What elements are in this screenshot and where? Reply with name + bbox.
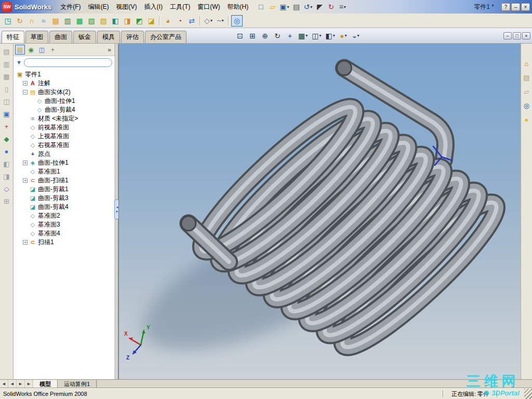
section-view-icon[interactable]: ◧▾ <box>324 30 337 42</box>
print-icon[interactable]: ▤ <box>291 1 302 12</box>
command-tab[interactable]: 钣金 <box>73 31 96 43</box>
configurationmanager-tab-icon[interactable]: ◫ <box>37 45 47 55</box>
propertymanager-tab-icon[interactable]: ◉ <box>26 45 36 55</box>
tree-item[interactable]: ◪曲面-剪裁1 <box>14 185 115 194</box>
minimize-button[interactable]: – <box>511 3 520 11</box>
zoom-area-icon[interactable]: ⊞ <box>247 30 258 42</box>
revolved-surface-icon[interactable]: ↻ <box>14 15 25 26</box>
tree-expander[interactable]: + <box>23 161 28 165</box>
viewport[interactable]: X Y Z <box>118 44 521 379</box>
scroll-next-button[interactable]: ▶ <box>17 380 25 388</box>
tree-item[interactable]: +原点 <box>14 150 115 158</box>
menu-item[interactable]: 文件(F) <box>57 1 84 13</box>
delete-face-icon[interactable]: ◔ <box>174 15 185 26</box>
extruded-surface-icon[interactable]: ◳ <box>2 15 14 26</box>
horizontal-scrollbar[interactable] <box>97 380 532 388</box>
close-button[interactable]: × <box>521 3 530 11</box>
command-tab[interactable]: 办公室产品 <box>145 31 187 43</box>
doc-restore-button[interactable]: □ <box>513 32 521 39</box>
display-pane-icon[interactable]: ◫ <box>1 96 12 107</box>
compare-icon[interactable]: ◨ <box>1 171 12 182</box>
tree-item[interactable]: +◈曲面-拉伸1 <box>14 158 115 167</box>
offset-surface-icon[interactable]: ▥ <box>62 15 73 26</box>
instant3d-icon[interactable]: ◎ <box>231 15 243 26</box>
tree-item[interactable]: +⊂曲面-扫描1 <box>14 176 115 185</box>
zoom-in-out-icon[interactable]: ⊕ <box>259 30 271 42</box>
resize-grip[interactable] <box>524 389 532 399</box>
command-tab[interactable]: 评估 <box>121 31 144 43</box>
add-relation-icon[interactable]: + <box>1 121 12 132</box>
tree-item[interactable]: ◇右视基准面 <box>14 141 115 150</box>
help-button[interactable]: ? <box>501 3 510 11</box>
menu-item[interactable]: 工具(T) <box>166 1 194 13</box>
menu-item[interactable]: 窗口(W) <box>194 1 223 13</box>
command-tab[interactable]: 草图 <box>25 31 48 43</box>
solidworks-resources-icon[interactable]: ⌂ <box>522 58 532 69</box>
featuremanager-tab-icon[interactable]: ▤ <box>15 45 25 55</box>
standard-views-icon[interactable]: ▦▾ <box>297 30 309 42</box>
selection-filter-icon[interactable]: ▤ <box>1 46 12 57</box>
tree-expander[interactable]: + <box>23 240 28 245</box>
tree-expander[interactable]: − <box>23 90 28 95</box>
knit-surface-icon[interactable]: ▧ <box>86 15 97 26</box>
section-icon[interactable]: ◧ <box>1 158 12 169</box>
doc-close-button[interactable]: × <box>522 32 530 39</box>
fillet-icon[interactable]: ◕ <box>162 15 174 26</box>
new-document-icon[interactable]: □ <box>255 1 267 12</box>
texture-icon[interactable]: ● <box>1 146 12 157</box>
tree-root[interactable]: ▣零件1 <box>14 70 115 79</box>
grid-icon[interactable]: ⊞ <box>1 196 12 207</box>
display-style-icon[interactable]: ◫▾ <box>310 30 323 42</box>
untrim-surface-icon[interactable]: ◪ <box>145 15 157 26</box>
command-tab[interactable]: 曲面 <box>49 31 72 43</box>
doc-tab[interactable]: 模型 <box>33 380 58 388</box>
view-palette-icon[interactable]: ● <box>522 114 532 125</box>
rebuild-icon[interactable]: ↻ <box>325 1 337 12</box>
tree-item[interactable]: ◇基准面4 <box>14 229 115 238</box>
options-icon[interactable]: ≡▾ <box>337 1 348 12</box>
save-icon[interactable]: ▣▾ <box>278 1 290 12</box>
feature-statistics-icon[interactable]: ◆ <box>1 134 12 144</box>
tree-item[interactable]: ◇基准面2 <box>14 211 115 220</box>
tree-item[interactable]: ◇前视基准面 <box>14 123 115 132</box>
layer-icon[interactable]: ▦ <box>1 71 12 82</box>
appearances-icon[interactable]: ●▾ <box>338 30 349 42</box>
reference-icon[interactable]: ◇ <box>1 183 12 194</box>
search-results-icon[interactable]: ◎ <box>522 100 532 111</box>
doc-tab[interactable]: 运动算例1 <box>58 380 97 388</box>
pan-view-icon[interactable]: + <box>284 30 296 42</box>
menu-item[interactable]: 视图(V) <box>113 1 141 13</box>
model-canvas[interactable] <box>119 44 521 379</box>
undo-icon[interactable]: ↺▾ <box>302 1 314 12</box>
command-tab[interactable]: 特征 <box>2 31 24 43</box>
tree-item[interactable]: ≡材质 <未指定> <box>14 114 115 123</box>
filter-input[interactable] <box>24 58 112 67</box>
reference-geometry-icon[interactable]: ◇▾ <box>203 15 214 26</box>
tree-item[interactable]: +A注解 <box>14 79 115 88</box>
scroll-prev-button[interactable]: ◀ <box>8 380 17 388</box>
tree-item[interactable]: ◇基准面3 <box>14 220 115 229</box>
lofted-surface-icon[interactable]: ≈ <box>38 15 49 26</box>
tree-item[interactable]: ◪曲面-剪裁3 <box>14 194 115 203</box>
select-icon[interactable]: ◤ <box>314 1 325 12</box>
scroll-last-button[interactable]: ▶ <box>25 380 33 388</box>
tree-item[interactable]: ◇曲面-拉伸1 <box>14 97 115 105</box>
move-copy-icon[interactable]: ⇄ <box>186 15 197 26</box>
doc-minimize-button[interactable]: – <box>503 32 512 39</box>
open-icon[interactable]: ▱ <box>267 1 278 12</box>
menu-item[interactable]: 帮助(H) <box>224 1 252 13</box>
extend-surface-icon[interactable]: ◧ <box>110 15 121 26</box>
tree-item[interactable]: ◪曲面-剪裁4 <box>14 203 115 211</box>
radiate-surface-icon[interactable]: ▦ <box>74 15 85 26</box>
tree-item[interactable]: ◇曲面-剪裁4 <box>14 105 115 114</box>
scroll-first-button[interactable]: ◀ <box>0 380 8 388</box>
design-library-icon[interactable]: ▤ <box>522 72 532 83</box>
planar-surface-icon[interactable]: ▨ <box>98 15 109 26</box>
file-explorer-icon[interactable]: ▱ <box>522 86 532 97</box>
tree-item[interactable]: ◇上视基准面 <box>14 132 115 141</box>
command-tab[interactable]: 模具 <box>97 31 120 43</box>
document-properties-icon[interactable]: ▥ <box>1 59 12 70</box>
dimxpertmanager-tab-icon[interactable]: + <box>48 45 58 55</box>
menu-item[interactable]: 编辑(E) <box>85 1 113 13</box>
tree-item[interactable]: ◇基准面1 <box>14 167 115 176</box>
